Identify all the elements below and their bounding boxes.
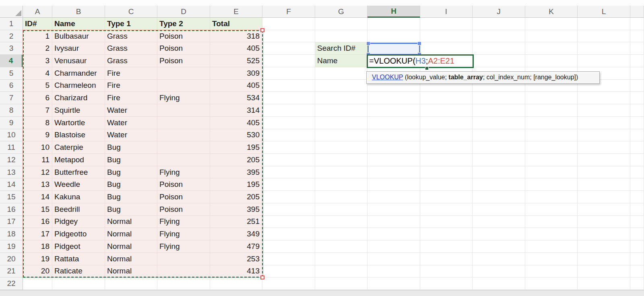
col-header-g[interactable]: G xyxy=(315,6,367,18)
cell-k1[interactable] xyxy=(525,18,578,30)
cell-b3[interactable]: Ivysaur xyxy=(52,42,105,55)
cell-b20[interactable]: Rattata xyxy=(52,253,105,265)
cell-e17[interactable]: 251 xyxy=(210,216,262,228)
cell-h18[interactable] xyxy=(367,228,420,240)
cell-g5[interactable] xyxy=(315,67,367,80)
cell-edge1[interactable] xyxy=(630,18,644,30)
cell-f8[interactable] xyxy=(262,104,315,117)
select-all-corner[interactable] xyxy=(0,6,23,18)
cell-e14[interactable]: 195 xyxy=(210,178,262,191)
cell-c9[interactable]: Water xyxy=(105,117,157,129)
cell-b19[interactable]: Pidgeot xyxy=(52,240,105,253)
cell-d7[interactable]: Flying xyxy=(157,92,210,104)
cell-g2[interactable] xyxy=(315,30,367,43)
cell-b21[interactable]: Raticate xyxy=(52,265,105,278)
cell-a7[interactable]: 6 xyxy=(23,92,52,104)
cell-f16[interactable] xyxy=(262,203,315,216)
cell-d4[interactable]: Poison xyxy=(157,55,210,67)
cell-d13[interactable]: Flying xyxy=(157,166,210,179)
cell-d9[interactable] xyxy=(157,117,210,129)
cell-edge12[interactable] xyxy=(630,154,644,166)
cell-h13[interactable] xyxy=(367,166,420,179)
cell-l1[interactable] xyxy=(578,18,630,30)
cell-d8[interactable] xyxy=(157,104,210,117)
row-header-2[interactable]: 2 xyxy=(0,30,23,43)
selection-handle-top-left[interactable] xyxy=(366,41,370,46)
cell-l7[interactable] xyxy=(578,92,630,104)
cell-b10[interactable]: Blastoise xyxy=(52,129,105,142)
cell-j2[interactable] xyxy=(473,30,525,43)
cell-edge18[interactable] xyxy=(630,228,644,240)
cell-j21[interactable] xyxy=(473,265,525,278)
cell-b15[interactable]: Kakuna xyxy=(52,191,105,203)
row-header-17[interactable]: 17 xyxy=(0,216,23,228)
cell-g21[interactable] xyxy=(315,265,367,278)
cell-h10[interactable] xyxy=(367,129,420,142)
cell-k19[interactable] xyxy=(525,240,578,253)
cell-j4[interactable] xyxy=(473,55,525,67)
cell-a20[interactable]: 19 xyxy=(23,253,52,265)
cell-g9[interactable] xyxy=(315,117,367,129)
cell-e1[interactable]: Total xyxy=(210,18,262,30)
selection-handle-top-right[interactable] xyxy=(417,41,421,46)
cell-a8[interactable]: 7 xyxy=(23,104,52,117)
range-corner-handle-bottom-right[interactable] xyxy=(260,275,264,279)
cell-f9[interactable] xyxy=(262,117,315,129)
cell-b4[interactable]: Venusaur xyxy=(52,55,105,67)
col-header-j[interactable]: J xyxy=(473,6,525,18)
cell-edge14[interactable] xyxy=(630,178,644,191)
cell-l12[interactable] xyxy=(578,154,630,166)
cell-f19[interactable] xyxy=(262,240,315,253)
cell-d12[interactable] xyxy=(157,154,210,166)
cell-k17[interactable] xyxy=(525,216,578,228)
cell-i11[interactable] xyxy=(420,141,473,154)
cell-c15[interactable]: Bug xyxy=(105,191,157,203)
edit-cell-fill-handle[interactable] xyxy=(425,66,429,70)
col-header-f[interactable]: F xyxy=(262,6,315,18)
row-header-13[interactable]: 13 xyxy=(0,166,23,179)
col-header-l[interactable]: L xyxy=(578,6,630,18)
cell-e16[interactable]: 395 xyxy=(210,203,262,216)
cell-h21[interactable] xyxy=(367,265,420,278)
cell-l18[interactable] xyxy=(578,228,630,240)
cell-e11[interactable]: 195 xyxy=(210,141,262,154)
cell-b13[interactable]: Butterfree xyxy=(52,166,105,179)
cell-b8[interactable]: Squirtle xyxy=(52,104,105,117)
cell-b7[interactable]: Charizard xyxy=(52,92,105,104)
cell-edge4[interactable] xyxy=(630,55,644,67)
cell-edge20[interactable] xyxy=(630,253,644,265)
cell-j8[interactable] xyxy=(473,104,525,117)
cell-c4[interactable]: Grass xyxy=(105,55,157,67)
cell-b5[interactable]: Charmander xyxy=(52,67,105,80)
cell-k12[interactable] xyxy=(525,154,578,166)
cell-g19[interactable] xyxy=(315,240,367,253)
col-header-e[interactable]: E xyxy=(210,6,262,18)
cell-i13[interactable] xyxy=(420,166,473,179)
cell-k9[interactable] xyxy=(525,117,578,129)
cell-h8[interactable] xyxy=(367,104,420,117)
cell-l15[interactable] xyxy=(578,191,630,203)
row-header-12[interactable]: 12 xyxy=(0,154,23,166)
cell-a16[interactable]: 15 xyxy=(23,203,52,216)
cell-f7[interactable] xyxy=(262,92,315,104)
cell-b14[interactable]: Weedle xyxy=(52,178,105,191)
cell-c16[interactable]: Bug xyxy=(105,203,157,216)
cell-b17[interactable]: Pidgey xyxy=(52,216,105,228)
cell-d20[interactable] xyxy=(157,253,210,265)
cell-e13[interactable]: 395 xyxy=(210,166,262,179)
cell-e21[interactable]: 413 xyxy=(210,265,262,278)
row-header-22[interactable]: 22 xyxy=(0,277,23,290)
cell-j10[interactable] xyxy=(473,129,525,142)
row-header-15[interactable]: 15 xyxy=(0,191,23,203)
cell-edge13[interactable] xyxy=(630,166,644,179)
cell-g13[interactable] xyxy=(315,166,367,179)
cell-d15[interactable]: Poison xyxy=(157,191,210,203)
cell-edge16[interactable] xyxy=(630,203,644,216)
cell-e15[interactable]: 205 xyxy=(210,191,262,203)
cell-h14[interactable] xyxy=(367,178,420,191)
cell-edge7[interactable] xyxy=(630,92,644,104)
cell-b6[interactable]: Charmeleon xyxy=(52,80,105,92)
cell-a1[interactable]: ID# xyxy=(23,18,52,30)
cell-i1[interactable] xyxy=(420,18,473,30)
cell-a21[interactable]: 20 xyxy=(23,265,52,278)
